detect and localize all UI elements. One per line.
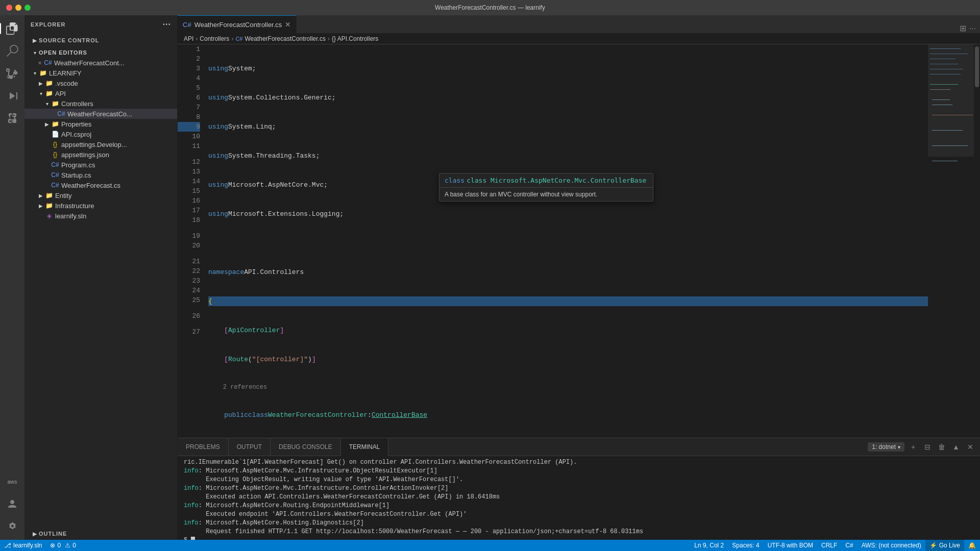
api-folder-label: API (55, 90, 66, 97)
sidebar-header: EXPLORER ⋯ (24, 15, 177, 33)
vscode-chevron: ▶ (37, 79, 45, 87)
tab-weather-controller[interactable]: C# WeatherForecastController.cs ✕ (178, 15, 297, 33)
close-panel-button[interactable]: ✕ (965, 441, 976, 453)
main-container: aws EXPLORER ⋯ ▶ SOURCE CONTROL ▾ OPEN E… (0, 15, 980, 540)
minimap (928, 44, 974, 438)
terminal-line-2: info: Microsoft.AspNetCore.Mvc.Infrastru… (184, 467, 974, 475)
go-live-label: Go Live (939, 542, 960, 549)
sidebar: EXPLORER ⋯ ▶ SOURCE CONTROL ▾ OPEN EDITO… (24, 15, 178, 540)
breadcrumb-controllers[interactable]: Controllers (200, 35, 229, 42)
entity-folder[interactable]: ▶ 📁 Entity (24, 190, 177, 201)
appsettings-dev-file[interactable]: ▶ {} appsettings.Develop... (24, 139, 177, 149)
minimize-window-button[interactable] (15, 5, 21, 11)
learnify-label: LEARNIFY (49, 69, 82, 77)
svg-rect-15 (928, 44, 974, 157)
appsettings-file[interactable]: ▶ {} appsettings.json (24, 149, 177, 160)
api-folder[interactable]: ▾ 📁 API (24, 88, 177, 98)
hover-popup-header: class class Microsoft.AspNetCore.Mvc.Con… (439, 173, 653, 188)
kill-terminal-button[interactable]: 🗑 (936, 441, 947, 453)
learnify-root[interactable]: ▾ 📁 LEARNIFY (24, 68, 177, 78)
learnify-sln-file[interactable]: ▶ ◈ learnify.sln (24, 211, 177, 221)
vscode-folder-icon: 📁 (45, 79, 53, 87)
csproj-label: API.csproj (61, 131, 91, 138)
outline-section[interactable]: ▶ OUTLINE (24, 528, 177, 540)
svg-rect-14 (932, 161, 958, 161)
open-file-label: WeatherForecastCont... (54, 59, 125, 67)
code-line-12: public class WeatherForecastController :… (208, 410, 928, 420)
breadcrumb-api[interactable]: API (184, 35, 193, 42)
weather-controller-file[interactable]: ▶ C# WeatherForecastCo... (24, 109, 177, 119)
infra-chevron: ▶ (37, 202, 45, 210)
more-actions-button[interactable]: ··· (969, 24, 976, 33)
open-file-weather[interactable]: ✕ C# WeatherForecastCont... (24, 58, 177, 68)
minimap-svg (928, 44, 974, 310)
notifications-button[interactable]: 🔔 (964, 540, 980, 551)
cs-file-icon: C# (44, 59, 52, 67)
maximize-window-button[interactable] (24, 5, 31, 11)
tab-bar: C# WeatherForecastController.cs ✕ ⊞ ··· (178, 15, 980, 33)
breadcrumb-file[interactable]: WeatherForecastController.cs (244, 35, 326, 42)
api-csproj-file[interactable]: ▶ 📄 API.csproj (24, 129, 177, 139)
wf-label: WeatherForecast.cs (61, 182, 120, 189)
tab-output[interactable]: OUTPUT (229, 438, 271, 456)
startup-icon: C# (51, 171, 59, 179)
terminal-dropdown[interactable]: 1: dotnet ▾ (868, 442, 904, 452)
close-window-button[interactable] (6, 5, 12, 11)
tab-close-button[interactable]: ✕ (285, 20, 291, 29)
split-editor-button[interactable]: ⊞ (960, 23, 966, 33)
startup-file[interactable]: ▶ C# Startup.cs (24, 170, 177, 180)
explorer-menu-button[interactable]: ⋯ (162, 19, 171, 29)
code-line-11: [Route("[controller]")] (208, 355, 928, 364)
terminal-panel: PROBLEMS OUTPUT DEBUG CONSOLE TERMINAL 1… (178, 438, 980, 540)
git-branch-status[interactable]: ⎇ learnify.sln (0, 540, 46, 551)
extensions-icon[interactable] (3, 109, 21, 128)
maximize-panel-button[interactable]: ▲ (950, 441, 962, 453)
controllers-folder[interactable]: ▾ 📁 Controllers (24, 98, 177, 109)
infra-folder-label: Infrastructure (55, 202, 94, 210)
source-control-chevron: ▶ (31, 36, 39, 44)
source-control-icon[interactable] (3, 64, 21, 83)
new-terminal-button[interactable]: + (908, 441, 919, 453)
breadcrumb-namespace[interactable]: {} API.Controllers (332, 35, 378, 42)
encoding-status[interactable]: UTF-8 with BOM (764, 540, 817, 551)
cursor-position-status[interactable]: Ln 9, Col 2 (690, 540, 728, 551)
split-terminal-button[interactable]: ⊟ (922, 441, 933, 453)
tab-problems[interactable]: PROBLEMS (178, 438, 229, 456)
vscode-folder[interactable]: ▶ 📁 .vscode (24, 78, 177, 88)
code-content[interactable]: using System; using System.Collections.G… (204, 44, 928, 438)
account-icon[interactable] (3, 495, 21, 513)
errors-warnings-status[interactable]: ⊗ 0 ⚠ 0 (46, 540, 80, 551)
code-lines: using System; using System.Collections.G… (204, 44, 928, 438)
program-file[interactable]: ▶ C# Program.cs (24, 160, 177, 170)
scrollbar-thumb[interactable] (975, 46, 979, 87)
aws-icon[interactable]: aws (3, 472, 21, 491)
settings-icon[interactable] (3, 517, 21, 536)
code-editor[interactable]: 1 2 3 4 5 6 7 8 9 10 11 12 13 14 15 16 1… (178, 44, 980, 438)
activity-bar-bottom: aws (3, 472, 21, 540)
line-endings-status[interactable]: CRLF (817, 540, 841, 551)
code-line-7 (208, 238, 928, 248)
source-control-section[interactable]: ▶ SOURCE CONTROL (24, 33, 177, 47)
file-close-icon[interactable]: ✕ (38, 60, 42, 66)
warning-count: 0 (72, 542, 76, 549)
scrollbar-track[interactable] (974, 44, 980, 438)
search-icon[interactable] (3, 42, 21, 60)
properties-folder[interactable]: ▶ 📁 Properties (24, 119, 177, 129)
tab-terminal[interactable]: TERMINAL (341, 438, 389, 456)
tab-debug-console[interactable]: DEBUG CONSOLE (271, 438, 341, 456)
window-title: WeatherForecastController.cs — learnify (435, 4, 545, 11)
indentation-status[interactable]: Spaces: 4 (728, 540, 763, 551)
language-label: C# (845, 542, 853, 549)
terminal-prompt-line[interactable]: $ (184, 536, 974, 540)
hover-classname: class Microsoft.AspNetCore.Mvc.Controlle… (467, 177, 646, 184)
files-icon[interactable] (3, 19, 21, 38)
infrastructure-folder[interactable]: ▶ 📁 Infrastructure (24, 201, 177, 211)
run-icon[interactable] (3, 87, 21, 105)
weatherforecast-file[interactable]: ▶ C# WeatherForecast.cs (24, 180, 177, 190)
open-editors-header[interactable]: ▾ OPEN EDITORS (24, 47, 177, 58)
source-control-label: SOURCE CONTROL (39, 37, 100, 43)
language-mode-status[interactable]: C# (841, 540, 857, 551)
sln-icon: ◈ (45, 212, 53, 220)
go-live-status[interactable]: ⚡ Go Live (925, 540, 964, 551)
aws-status[interactable]: AWS: (not connected) (857, 540, 925, 551)
